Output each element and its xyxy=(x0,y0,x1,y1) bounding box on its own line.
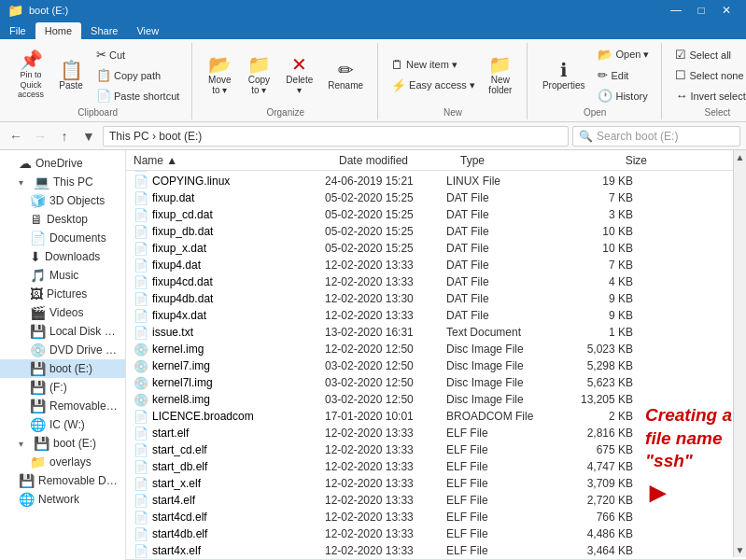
table-row[interactable]: 📄fixup_cd.dat05-02-2020 15:25DAT File3 K… xyxy=(126,206,746,223)
file-type: LINUX File xyxy=(446,175,558,188)
close-button[interactable]: ✕ xyxy=(714,1,739,20)
col-header-name[interactable]: Name ▲ xyxy=(134,152,339,169)
ribbon-tab-home[interactable]: Home xyxy=(35,22,81,39)
cut-button[interactable]: ✂ Cut xyxy=(91,45,184,64)
sidebar-item-videos[interactable]: 🎬 Videos xyxy=(0,303,125,322)
sidebar-item-this-pc[interactable]: ▾ 💻 This PC xyxy=(0,173,125,191)
sidebar-item-boot-e[interactable]: 💾 boot (E:) xyxy=(0,359,125,378)
table-row[interactable]: 📄fixup.dat05-02-2020 15:25DAT File7 KB xyxy=(126,189,746,206)
table-row[interactable]: 📄fixup_x.dat05-02-2020 15:25DAT File10 K… xyxy=(126,240,746,257)
table-row[interactable]: 📄COPYING.linux24-06-2019 15:21LINUX File… xyxy=(126,173,746,189)
table-row[interactable]: 📄start.elf12-02-2020 13:33ELF File2,816 … xyxy=(126,425,746,441)
search-box[interactable]: 🔍 Search boot (E:) xyxy=(572,126,740,147)
table-row[interactable]: 📄start_db.elf12-02-2020 13:33ELF File4,7… xyxy=(126,458,746,475)
up-button[interactable]: ↑ xyxy=(54,126,75,147)
history-button[interactable]: 🕐 History xyxy=(593,86,654,105)
file-name-text: start.elf xyxy=(152,427,189,440)
sidebar-item-removable-h[interactable]: 💾 Removable Disk (H:) xyxy=(0,397,125,415)
file-type: DAT File xyxy=(446,292,558,305)
table-row[interactable]: 📄issue.txt13-02-2020 16:31Text Document1… xyxy=(126,324,746,341)
ribbon-tab-file[interactable]: File xyxy=(0,22,35,39)
invert-selection-button[interactable]: ↔ Invert selection xyxy=(670,86,746,105)
sidebar-item-network[interactable]: 🌐 Network xyxy=(0,490,125,509)
edit-button[interactable]: ✏ Edit xyxy=(593,65,654,85)
sidebar-item-f[interactable]: 💾 (F:) xyxy=(0,378,125,397)
open-button[interactable]: 📂 Open ▾ xyxy=(593,45,654,64)
sidebar-item-removable-h2[interactable]: 💾 Removable Disk (H:) xyxy=(0,471,125,490)
file-name-text: fixup_db.dat xyxy=(152,225,213,238)
minimize-button[interactable]: — xyxy=(664,1,688,20)
table-row[interactable]: 📄fixup4cd.dat12-02-2020 13:33DAT File4 K… xyxy=(126,273,746,290)
forward-button[interactable]: → xyxy=(30,126,50,147)
rename-button[interactable]: ✏ Rename xyxy=(321,57,370,94)
table-row[interactable]: 📄LICENCE.broadcom17-01-2020 10:01BROADCO… xyxy=(126,408,746,425)
expand-arrow2: ▾ xyxy=(19,439,30,449)
table-row[interactable]: 📄start_cd.elf12-02-2020 13:33ELF File675… xyxy=(126,441,746,458)
paste-button[interactable]: 📋 Paste xyxy=(52,57,90,94)
sidebar-item-overlays[interactable]: 📁 overlays xyxy=(0,453,125,471)
copy-to-button[interactable]: 📁 Copyto ▾ xyxy=(240,51,277,99)
sidebar-item-boot-e2[interactable]: ▾ 💾 boot (E:) xyxy=(0,434,125,453)
pin-button[interactable]: 📌 Pin to Quickaccess xyxy=(11,47,50,104)
paste-shortcut-button[interactable]: 📄 Paste shortcut xyxy=(91,86,184,105)
new-item-button[interactable]: 🗒 New item ▾ xyxy=(387,55,480,75)
delete-button[interactable]: ✕ Delete▾ xyxy=(279,51,319,99)
sidebar-item-downloads[interactable]: ⬇ Downloads xyxy=(0,247,125,266)
table-row[interactable]: 💿kernel7l.img03-02-2020 12:50Disc Image … xyxy=(126,374,746,391)
table-row[interactable]: 📄start4cd.elf12-02-2020 13:33ELF File766… xyxy=(126,509,746,525)
sidebar-item-music[interactable]: 🎵 Music xyxy=(0,266,125,285)
file-type: DAT File xyxy=(446,275,558,288)
sidebar-item-pictures[interactable]: 🖼 Pictures xyxy=(0,285,125,303)
sidebar-item-ic-w[interactable]: 🌐 IC (W:) xyxy=(0,415,125,434)
sidebar-item-documents[interactable]: 📄 Documents xyxy=(0,229,125,247)
table-row[interactable]: 📄start_x.elf12-02-2020 13:33ELF File3,70… xyxy=(126,475,746,492)
table-row[interactable]: 📄start4db.elf12-02-2020 13:33ELF File4,4… xyxy=(126,525,746,542)
file-size: 4 KB xyxy=(558,275,633,288)
move-to-button[interactable]: 📂 Moveto ▾ xyxy=(201,51,238,99)
new-folder-button[interactable]: 📁 Newfolder xyxy=(482,51,519,99)
videos-icon: 🎬 xyxy=(30,305,46,320)
table-row[interactable]: 💿kernel.img12-02-2020 12:50Disc Image Fi… xyxy=(126,341,746,357)
file-size: 2,816 KB xyxy=(558,427,633,440)
scroll-up-arrow[interactable]: ▲ xyxy=(736,152,745,162)
ribbon-tab-view[interactable]: View xyxy=(127,22,168,39)
file-name-text: LICENCE.broadcom xyxy=(152,410,254,423)
table-row[interactable]: 📄start4x.elf12-02-2020 13:33ELF File3,46… xyxy=(126,542,746,559)
sidebar-item-local-disk-c[interactable]: 💾 Local Disk (C:) xyxy=(0,322,125,341)
select-all-button[interactable]: ☑ Select all xyxy=(670,45,746,64)
table-row[interactable]: 💿kernel8.img03-02-2020 12:50Disc Image F… xyxy=(126,391,746,408)
col-header-type[interactable]: Type xyxy=(460,152,572,169)
sidebar-item-3d-objects[interactable]: 🧊 3D Objects xyxy=(0,191,125,210)
back-button[interactable]: ← xyxy=(6,126,26,147)
table-row[interactable]: 💿kernel7.img03-02-2020 12:50Disc Image F… xyxy=(126,357,746,374)
ribbon-tab-share[interactable]: Share xyxy=(81,22,127,39)
documents-icon: 📄 xyxy=(30,231,46,245)
file-icon: 📄 xyxy=(134,259,148,273)
sidebar: ☁ OneDrive ▾ 💻 This PC 🧊 3D Objects 🖥 De… xyxy=(0,150,126,560)
recent-locations-button[interactable]: ▼ xyxy=(78,126,99,147)
col-header-modified[interactable]: Date modified xyxy=(339,152,460,169)
address-path[interactable]: This PC › boot (E:) xyxy=(103,126,569,147)
col-header-size[interactable]: Size xyxy=(572,152,647,169)
maximize-button[interactable]: □ xyxy=(689,1,713,20)
file-modified: 12-02-2020 13:33 xyxy=(325,511,446,524)
dvd-label: DVD Drive (D:... xyxy=(49,343,118,357)
table-row[interactable]: 📄start4.elf12-02-2020 13:33ELF File2,720… xyxy=(126,492,746,509)
table-row[interactable]: 📄fixup_db.dat05-02-2020 15:25DAT File10 … xyxy=(126,223,746,240)
file-type: ELF File xyxy=(446,443,558,456)
file-name-text: fixup4db.dat xyxy=(152,292,213,305)
select-none-button[interactable]: ☐ Select none xyxy=(670,65,746,85)
file-list[interactable]: 📄cmdline.txtText Document1 KB📄config.txt… xyxy=(126,171,746,560)
copy-button[interactable]: 📋 Copy path xyxy=(91,65,184,85)
sidebar-item-dvd[interactable]: 💿 DVD Drive (D:... xyxy=(0,341,125,359)
properties-button[interactable]: ℹ Properties xyxy=(536,57,592,94)
table-row[interactable]: 📄fixup4.dat12-02-2020 13:33DAT File7 KB xyxy=(126,257,746,273)
sidebar-item-desktop[interactable]: 🖥 Desktop xyxy=(0,210,125,229)
scroll-down-arrow[interactable]: ▼ xyxy=(736,545,745,555)
file-modified: 05-02-2020 15:25 xyxy=(325,191,446,204)
file-icon: 📄 xyxy=(134,208,148,222)
table-row[interactable]: 📄fixup4x.dat12-02-2020 13:33DAT File9 KB xyxy=(126,307,746,324)
easy-access-button[interactable]: ⚡ Easy access ▾ xyxy=(387,76,480,95)
table-row[interactable]: 📄fixup4db.dat12-02-2020 13:30DAT File9 K… xyxy=(126,290,746,307)
sidebar-item-onedrive[interactable]: ☁ OneDrive xyxy=(0,154,125,173)
